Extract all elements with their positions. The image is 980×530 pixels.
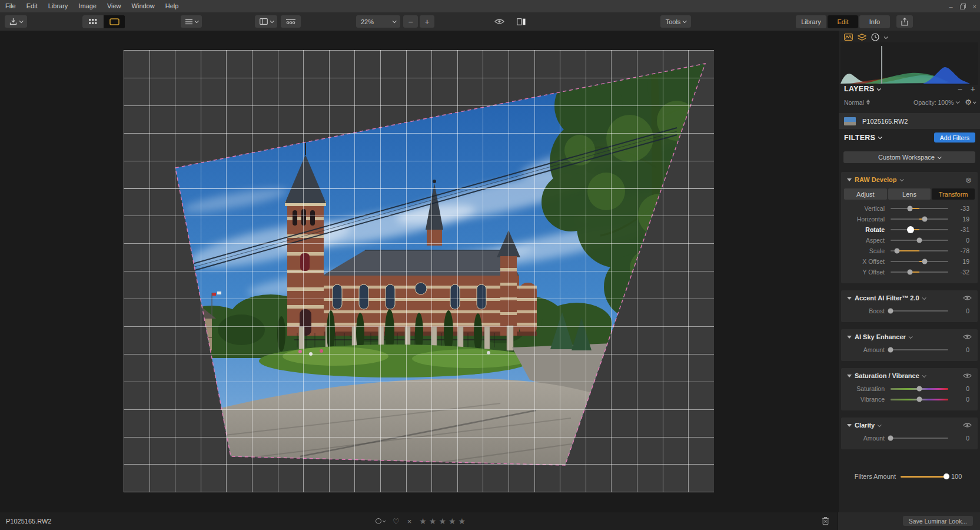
blend-mode-select[interactable]: Normal <box>844 99 870 106</box>
reject-icon[interactable]: × <box>407 517 412 526</box>
menu-item-view[interactable]: View <box>102 0 127 12</box>
slider-handle[interactable] <box>907 206 912 211</box>
slider[interactable] <box>891 246 948 256</box>
zoom-in-button[interactable]: + <box>420 15 434 28</box>
minimize-icon[interactable]: – <box>949 3 952 10</box>
image-canvas[interactable] <box>0 31 839 512</box>
filter-header[interactable]: RAW Develop⊗ <box>841 172 978 187</box>
layer-settings-button[interactable]: ⚙ <box>965 98 975 107</box>
slider[interactable] <box>891 344 948 355</box>
add-filters-button[interactable]: Add Filters <box>934 132 975 143</box>
tab-info[interactable]: Info <box>859 15 890 28</box>
collapse-triangle-icon[interactable] <box>847 297 852 300</box>
eye-icon[interactable] <box>963 334 972 340</box>
slider[interactable] <box>891 235 948 246</box>
eye-icon[interactable] <box>963 422 972 428</box>
favorite-heart-icon[interactable]: ♡ <box>393 517 400 526</box>
star-icon[interactable]: ★ <box>419 516 427 526</box>
close-filter-icon[interactable]: ⊗ <box>965 175 972 184</box>
color-label-picker[interactable] <box>376 518 385 524</box>
tab-library[interactable]: Library <box>796 15 826 28</box>
menu-item-file[interactable]: File <box>0 0 21 12</box>
slider[interactable] <box>891 306 948 316</box>
slider[interactable] <box>891 394 948 405</box>
star-icon[interactable]: ★ <box>449 516 457 526</box>
compare-split-icon <box>517 18 526 25</box>
star-icon[interactable]: ★ <box>429 516 437 526</box>
filter-tab-lens[interactable]: Lens <box>888 188 931 200</box>
zoom-out-button[interactable]: − <box>403 15 418 28</box>
menu-item-edit[interactable]: Edit <box>21 0 43 12</box>
chevron-down-icon <box>899 177 903 181</box>
filter-tab-transform[interactable]: Transform <box>932 188 975 200</box>
remove-layer-button[interactable]: − <box>958 84 962 94</box>
slider-handle[interactable] <box>944 473 949 479</box>
workspace-selector[interactable]: Custom Workspace <box>843 151 975 163</box>
eye-icon[interactable] <box>963 295 972 301</box>
slider-handle[interactable] <box>888 309 893 314</box>
single-view-button[interactable] <box>104 15 125 28</box>
star-icon[interactable]: ★ <box>459 516 467 526</box>
quick-preview-button[interactable] <box>490 15 508 28</box>
trash-button[interactable] <box>822 516 829 525</box>
gallery-view-button[interactable] <box>82 15 104 28</box>
menu-item-window[interactable]: Window <box>127 0 160 12</box>
slider[interactable] <box>891 224 948 235</box>
collapse-triangle-icon[interactable] <box>847 336 852 339</box>
sort-button[interactable] <box>181 15 202 28</box>
slider[interactable] <box>891 433 948 443</box>
slider-handle[interactable] <box>908 270 913 275</box>
chevron-down-icon[interactable] <box>884 35 888 39</box>
tools-dropdown[interactable]: Tools <box>660 15 691 28</box>
add-layer-button[interactable]: + <box>971 84 975 94</box>
slider-handle[interactable] <box>922 217 928 222</box>
filters-title[interactable]: FILTERS <box>844 134 881 142</box>
slider[interactable] <box>891 256 948 267</box>
layers-panel-icon[interactable] <box>858 34 866 41</box>
slider-handle[interactable] <box>922 259 928 264</box>
menu-item-help[interactable]: Help <box>160 0 184 12</box>
export-button[interactable] <box>5 15 27 28</box>
layer-row[interactable]: P1025165.RW2 <box>839 113 980 129</box>
restore-icon[interactable] <box>960 4 966 9</box>
save-luminar-look-button[interactable]: Save Luminar Look... <box>903 516 973 526</box>
close-icon[interactable]: × <box>973 3 976 10</box>
slider[interactable] <box>891 267 948 277</box>
slider-track <box>891 208 948 209</box>
slider-handle[interactable] <box>917 397 922 402</box>
slider-handle[interactable] <box>894 249 899 254</box>
slider-handle[interactable] <box>888 347 893 353</box>
layers-title[interactable]: LAYERS <box>844 85 880 93</box>
tab-edit[interactable]: Edit <box>828 15 858 28</box>
slider-handle[interactable] <box>907 226 914 233</box>
slider[interactable] <box>891 214 948 224</box>
transform-grid-region[interactable] <box>124 50 714 492</box>
eye-icon[interactable] <box>963 373 972 379</box>
slider-handle[interactable] <box>917 386 922 392</box>
slider-handle[interactable] <box>888 436 893 441</box>
share-button[interactable] <box>896 15 913 28</box>
history-clock-icon[interactable] <box>871 33 879 41</box>
filmstrip-toggle[interactable] <box>281 15 301 28</box>
opacity-dropdown[interactable]: Opacity: 100% <box>913 99 959 106</box>
filters-amount-slider[interactable] <box>901 471 946 482</box>
menu-item-image[interactable]: Image <box>73 0 102 12</box>
slider-handle[interactable] <box>917 238 922 243</box>
star-icon[interactable]: ★ <box>438 516 447 526</box>
slider[interactable] <box>891 383 948 394</box>
filter-header[interactable]: Clarity <box>841 418 978 433</box>
filter-header[interactable]: Accent AI Filter™ 2.0 <box>841 290 978 306</box>
filter-tab-adjust[interactable]: Adjust <box>844 188 887 200</box>
filter-header[interactable]: AI Sky Enhancer <box>841 329 978 344</box>
histogram-toggle-icon[interactable] <box>844 34 853 41</box>
filter-header[interactable]: Saturation / Vibrance <box>841 368 978 383</box>
collapse-triangle-icon[interactable] <box>847 178 852 181</box>
side-panel-toggle[interactable] <box>255 15 277 28</box>
slider[interactable] <box>891 203 948 214</box>
slider-label: Amount <box>841 435 891 442</box>
collapse-triangle-icon[interactable] <box>847 375 852 377</box>
menu-item-library[interactable]: Library <box>43 0 74 12</box>
compare-button[interactable] <box>512 15 530 28</box>
collapse-triangle-icon[interactable] <box>847 424 852 427</box>
zoom-level-dropdown[interactable]: 22% <box>356 15 400 28</box>
